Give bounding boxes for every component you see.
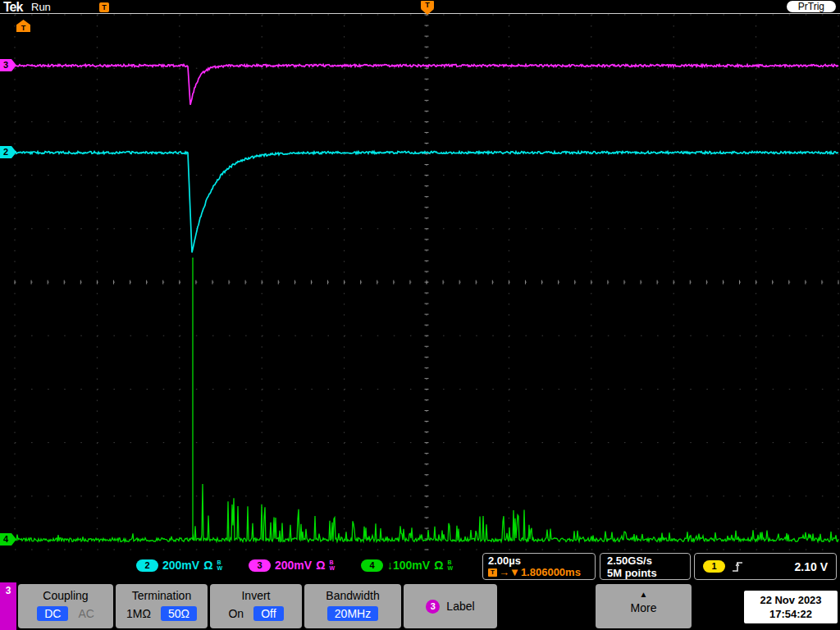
more-up-arrow-icon: ▲ bbox=[596, 584, 692, 599]
coupling-ac-option[interactable]: AC bbox=[78, 607, 94, 620]
trigger-level-label: T bbox=[16, 24, 30, 32]
label-channel-badge: 3 bbox=[426, 600, 440, 614]
trigger-t-icon: T bbox=[488, 568, 497, 577]
channel-3-impedance: Ω bbox=[316, 559, 325, 572]
bandwidth-value-option[interactable]: 20MHz bbox=[327, 606, 378, 621]
label-text: Label bbox=[446, 600, 474, 613]
trigger-source-badge: 1 bbox=[703, 560, 725, 573]
bottom-menu-bar: 3 Coupling DC AC Termination 1MΩ 50Ω Inv… bbox=[0, 582, 840, 630]
trigger-position-arrow-icon bbox=[421, 9, 434, 15]
acquisition-readout-box: 2.50GS/s 5M points bbox=[600, 553, 691, 580]
channel-2-impedance: Ω bbox=[203, 559, 212, 572]
channel-3-badge[interactable]: 3 bbox=[249, 559, 271, 572]
invert-on-option[interactable]: On bbox=[228, 607, 244, 620]
timebase-scale: 2.00µs bbox=[488, 555, 590, 567]
channel-4-badge[interactable]: 4 bbox=[361, 559, 383, 572]
channel-4-impedance: Ω bbox=[434, 559, 443, 572]
timebase-arrow-icon: →▼ bbox=[499, 567, 520, 578]
channel-3-bandwidth-limit-icon: BW bbox=[329, 559, 335, 571]
coupling-title: Coupling bbox=[18, 584, 113, 602]
termination-50ohm-option[interactable]: 50Ω bbox=[161, 606, 197, 621]
oscilloscope-screen: Tek Run PrTrig T T T 3 2 4 2 200mV Ω BW … bbox=[0, 0, 840, 630]
more-button[interactable]: ▲ More bbox=[596, 584, 692, 628]
label-button[interactable]: 3 Label bbox=[404, 584, 497, 628]
record-length: 5M points bbox=[607, 567, 683, 579]
more-text: More bbox=[596, 601, 692, 614]
channel-2-readout: 2 200mV Ω BW bbox=[136, 559, 222, 572]
invert-button[interactable]: Invert On Off bbox=[210, 584, 302, 628]
menu-channel-tab: 3 bbox=[0, 582, 16, 630]
coupling-button[interactable]: Coupling DC AC bbox=[18, 584, 113, 628]
trigger-position-label: T bbox=[421, 1, 434, 9]
horizontal-readout-box: 2.00µs T →▼ 1.806000ms bbox=[482, 553, 596, 580]
channel-4-readout: 4 ↓100mV Ω BW bbox=[361, 559, 453, 572]
channel-3-readout: 3 200mV Ω BW bbox=[249, 559, 335, 572]
trigger-readout-box: 1 2.10 V bbox=[694, 553, 837, 580]
trigger-slope-icon bbox=[732, 560, 743, 573]
channel-2-scale: 200mV bbox=[162, 559, 199, 572]
trigger-position-readout: T →▼ 1.806000ms bbox=[488, 567, 590, 578]
invert-title: Invert bbox=[210, 584, 302, 602]
acquisition-run-status: Run bbox=[31, 1, 51, 13]
readout-bar: 2 200mV Ω BW 3 200mV Ω BW 4 ↓100mV Ω BW … bbox=[0, 551, 840, 582]
coupling-dc-option[interactable]: DC bbox=[37, 606, 68, 621]
trigger-position-marker[interactable]: T bbox=[421, 1, 434, 15]
trigger-level-value: 2.10 V bbox=[795, 560, 828, 573]
channel-2-badge[interactable]: 2 bbox=[136, 559, 158, 572]
termination-1meg-option[interactable]: 1MΩ bbox=[126, 607, 151, 620]
channel-2-bandwidth-limit-icon: BW bbox=[217, 559, 222, 571]
time-text: 17:54:22 bbox=[744, 607, 838, 621]
date-text: 22 Nov 2023 bbox=[744, 593, 838, 607]
trigger-record-icon: T bbox=[99, 2, 109, 12]
graticule-waveform-display bbox=[0, 0, 840, 630]
top-divider bbox=[0, 13, 840, 14]
invert-off-option[interactable]: Off bbox=[253, 606, 283, 621]
channel-3-scale: 200mV bbox=[275, 559, 312, 572]
channel-4-scale: ↓100mV bbox=[387, 559, 430, 572]
bandwidth-title: Bandwidth bbox=[304, 584, 401, 602]
datetime-display: 22 Nov 2023 17:54:22 bbox=[744, 591, 838, 623]
termination-title: Termination bbox=[116, 584, 208, 602]
trigger-position-value: 1.806000ms bbox=[521, 567, 581, 578]
bandwidth-button[interactable]: Bandwidth 20MHz bbox=[304, 584, 401, 628]
channel-4-bandwidth-limit-icon: BW bbox=[447, 559, 453, 571]
sample-rate: 2.50GS/s bbox=[607, 555, 683, 567]
pretrig-indicator: PrTrig bbox=[787, 1, 836, 12]
termination-button[interactable]: Termination 1MΩ 50Ω bbox=[116, 584, 208, 628]
